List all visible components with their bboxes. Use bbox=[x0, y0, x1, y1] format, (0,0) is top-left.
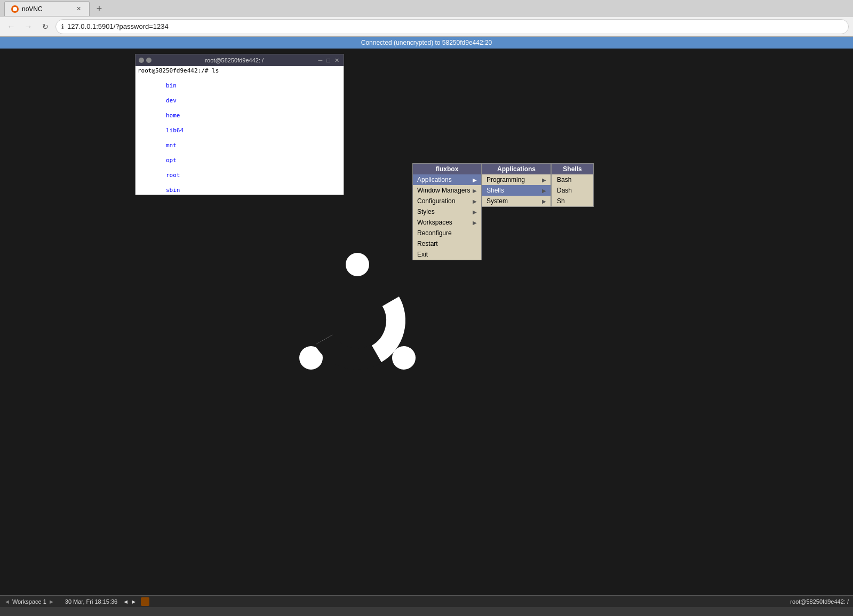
close-button[interactable]: ✕ bbox=[333, 57, 340, 64]
ubuntu-logo bbox=[293, 251, 421, 390]
menu-item-exit[interactable]: Exit bbox=[413, 249, 481, 260]
tab-bar: noVNC ✕ + bbox=[0, 0, 853, 17]
titlebar-dots bbox=[139, 58, 152, 63]
address-bar-container: ℹ bbox=[55, 19, 849, 34]
menu-item-styles-label: Styles bbox=[417, 208, 435, 215]
taskbar-systray: root@58250fd9e442: / bbox=[790, 598, 849, 605]
svg-point-0 bbox=[13, 7, 17, 11]
term-mnt: mnt bbox=[166, 142, 177, 149]
menu-item-applications-label: Applications bbox=[417, 176, 452, 183]
terminal-prompt-1: root@58250fd9e442:/# ls bbox=[138, 67, 219, 74]
prev-workspace-button[interactable]: ◄ bbox=[4, 598, 10, 605]
menu-item-restart-label: Restart bbox=[417, 240, 438, 247]
titlebar-controls: ─ □ ✕ bbox=[317, 57, 340, 64]
novnc-status-bar: Connected (unencrypted) to 58250fd9e442:… bbox=[0, 37, 853, 49]
taskbar-right-arrow[interactable]: ► bbox=[131, 598, 137, 605]
shells-item-bash[interactable]: Bash bbox=[552, 174, 593, 185]
shells-item-dash[interactable]: Dash bbox=[552, 185, 593, 196]
refresh-button[interactable]: ↻ bbox=[38, 20, 52, 34]
taskbar-media-arrows: ◄ ► bbox=[123, 598, 137, 605]
novnc-status-text: Connected (unencrypted) to 58250fd9e442:… bbox=[361, 39, 492, 46]
svg-point-1 bbox=[346, 253, 369, 276]
term-lib64: lib64 bbox=[166, 127, 184, 134]
submenu-programming-label: Programming bbox=[487, 176, 525, 183]
nav-bar: ← → ↻ ℹ bbox=[0, 17, 853, 36]
menu-item-styles[interactable]: Styles ▶ bbox=[413, 206, 481, 217]
fluxbox-main-menu: fluxbox Applications ▶ Window Managers ▶… bbox=[412, 163, 482, 260]
browser-chrome: noVNC ✕ + ← → ↻ ℹ bbox=[0, 0, 853, 37]
titlebar-dot-1 bbox=[139, 58, 144, 63]
taskbar-clock: 30 Mar, Fri 18:15:36 bbox=[65, 598, 117, 605]
vnc-viewport: root@58250fd9e442: / ─ □ ✕ root@58250fd9… bbox=[0, 49, 853, 607]
titlebar-dot-2 bbox=[146, 58, 152, 63]
menu-arrow-configuration: ▶ bbox=[473, 198, 477, 204]
term-dev: dev bbox=[166, 97, 177, 104]
submenu-arrow-shells: ▶ bbox=[542, 188, 546, 194]
menu-item-workspaces[interactable]: Workspaces ▶ bbox=[413, 217, 481, 228]
ubuntu-logo-svg bbox=[293, 251, 421, 390]
menu-arrow-applications: ▶ bbox=[473, 177, 477, 183]
new-tab-button[interactable]: + bbox=[92, 2, 107, 15]
workspace-label: Workspace 1 bbox=[12, 598, 46, 605]
secure-icon: ℹ bbox=[61, 23, 64, 30]
taskbar-hostname: root@58250fd9e442: / bbox=[790, 598, 849, 605]
menu-arrow-workspaces: ▶ bbox=[473, 220, 477, 226]
submenu-item-system[interactable]: System ▶ bbox=[482, 196, 551, 206]
terminal-titlebar: root@58250fd9e442: / ─ □ ✕ bbox=[135, 54, 344, 66]
systray-icon-1 bbox=[141, 597, 149, 606]
menu-item-window-managers-label: Window Managers bbox=[417, 187, 470, 194]
menu-arrow-styles: ▶ bbox=[473, 209, 477, 215]
menu-item-applications[interactable]: Applications ▶ bbox=[413, 174, 481, 185]
term-opt: opt bbox=[166, 157, 177, 164]
terminal-line-2: bin dev home lib64 mnt opt root sbin sys bbox=[138, 75, 341, 195]
tab-novnc[interactable]: noVNC ✕ bbox=[4, 1, 90, 16]
menu-item-window-managers[interactable]: Window Managers ▶ bbox=[413, 185, 481, 196]
tab-title: noVNC bbox=[22, 5, 43, 13]
submenu-item-programming[interactable]: Programming ▶ bbox=[482, 174, 551, 185]
svg-point-2 bbox=[392, 346, 416, 370]
menu-arrow-window-managers: ▶ bbox=[473, 188, 477, 194]
term-sbin: sbin bbox=[166, 187, 180, 194]
tab-close-button[interactable]: ✕ bbox=[74, 5, 83, 13]
terminal-line-1: root@58250fd9e442:/# ls bbox=[138, 67, 341, 75]
menu-item-restart[interactable]: Restart bbox=[413, 238, 481, 249]
terminal-window[interactable]: root@58250fd9e442: / ─ □ ✕ root@58250fd9… bbox=[135, 54, 344, 195]
term-bin: bin bbox=[166, 82, 177, 89]
address-input[interactable] bbox=[67, 22, 843, 30]
shells-submenu: Shells Bash Dash Sh bbox=[551, 163, 594, 207]
forward-button[interactable]: → bbox=[21, 20, 35, 34]
next-workspace-button[interactable]: ► bbox=[49, 598, 54, 605]
menu-item-reconfigure-label: Reconfigure bbox=[417, 229, 452, 237]
taskbar: ◄ Workspace 1 ► 30 Mar, Fri 18:15:36 ◄ ►… bbox=[0, 595, 853, 607]
submenu-system-label: System bbox=[487, 197, 508, 205]
term-root: root bbox=[166, 172, 180, 179]
menu-item-reconfigure[interactable]: Reconfigure bbox=[413, 228, 481, 238]
minimize-button[interactable]: ─ bbox=[317, 57, 324, 64]
back-button[interactable]: ← bbox=[4, 20, 18, 34]
taskbar-left-arrow[interactable]: ◄ bbox=[123, 598, 129, 605]
applications-submenu: Applications Programming ▶ Shells ▶ Syst… bbox=[482, 163, 551, 207]
terminal-body: root@58250fd9e442:/# ls bin dev home lib… bbox=[135, 66, 344, 195]
maximize-button[interactable]: □ bbox=[325, 57, 331, 64]
submenu-item-shells[interactable]: Shells ▶ bbox=[482, 185, 551, 196]
submenu-arrow-system: ▶ bbox=[542, 198, 546, 204]
menu-item-configuration[interactable]: Configuration ▶ bbox=[413, 196, 481, 206]
term-home: home bbox=[166, 112, 180, 119]
applications-submenu-header: Applications bbox=[482, 164, 551, 174]
taskbar-workspace: ◄ Workspace 1 ► bbox=[4, 598, 54, 605]
shells-item-sh[interactable]: Sh bbox=[552, 196, 593, 206]
submenu-shells-label: Shells bbox=[487, 187, 504, 194]
fluxbox-menu-header: fluxbox bbox=[413, 164, 481, 174]
fluxbox-menu-container: fluxbox Applications ▶ Window Managers ▶… bbox=[412, 163, 594, 260]
submenu-arrow-programming: ▶ bbox=[542, 177, 546, 183]
menu-item-workspaces-label: Workspaces bbox=[417, 219, 452, 226]
terminal-title: root@58250fd9e442: / bbox=[155, 57, 314, 63]
tab-favicon-icon bbox=[11, 5, 19, 13]
menu-item-configuration-label: Configuration bbox=[417, 197, 455, 205]
shells-submenu-header: Shells bbox=[552, 164, 593, 174]
